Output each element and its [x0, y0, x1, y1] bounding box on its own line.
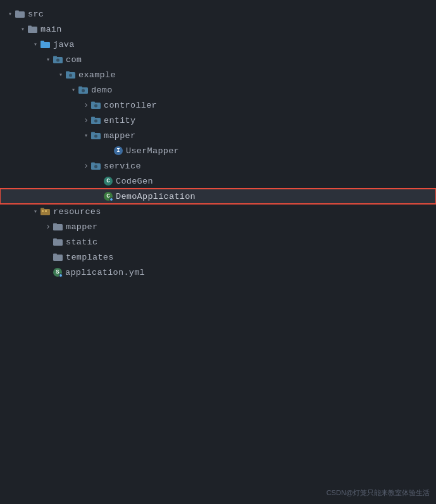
svg-rect-29	[42, 210, 44, 212]
tree-item-src[interactable]: src	[0, 6, 436, 22]
tree-item-com[interactable]: com	[0, 52, 436, 67]
svg-rect-3	[28, 26, 32, 28]
svg-point-17	[94, 104, 97, 108]
tree-item-java[interactable]: java	[0, 37, 436, 52]
folder-icon-java	[40, 40, 51, 49]
chevron-mapper	[81, 130, 91, 141]
svg-rect-28	[40, 208, 44, 210]
folder-icon-example	[66, 70, 76, 79]
svg-rect-10	[66, 72, 70, 73]
tree-item-demoapplication[interactable]: C DemoApplication	[0, 189, 436, 204]
svg-rect-32	[53, 224, 57, 225]
tree-item-entity[interactable]: entity	[0, 113, 436, 128]
folder-icon-service	[91, 161, 101, 170]
mapper-label: mapper	[104, 131, 135, 141]
file-tree: src main java com	[0, 0, 436, 286]
com-label: com	[66, 55, 82, 65]
tree-item-templates[interactable]: templates	[0, 249, 436, 265]
java-label: java	[53, 40, 75, 49]
class-icon-demoapplication: C	[104, 192, 113, 201]
svg-rect-5	[40, 41, 44, 43]
folder-icon-templates	[53, 253, 63, 261]
entity-label: entity	[104, 116, 135, 125]
chevron-mapper-res	[43, 222, 53, 232]
static-label: static	[66, 237, 97, 247]
svg-point-26	[94, 165, 97, 168]
chevron-src	[5, 9, 15, 19]
usermapper-label: UserMapper	[126, 146, 179, 156]
application-label: application.yml	[65, 268, 145, 277]
chevron-example	[56, 70, 66, 80]
chevron-entity	[81, 115, 91, 125]
resources-label: resources	[53, 207, 101, 217]
tree-item-codegen[interactable]: C CodeGen	[0, 173, 436, 189]
svg-rect-36	[53, 254, 57, 256]
svg-rect-22	[91, 132, 95, 134]
templates-label: templates	[66, 253, 114, 262]
example-label: example	[78, 70, 116, 80]
folder-icon-resources	[40, 207, 51, 216]
src-label: src	[28, 9, 44, 19]
folder-icon-demo	[78, 85, 89, 94]
tree-item-usermapper[interactable]: I UserMapper	[0, 143, 436, 158]
service-label: service	[104, 161, 141, 171]
chevron-controller	[81, 100, 91, 110]
folder-icon-mapper	[91, 131, 101, 140]
svg-point-8	[56, 59, 59, 62]
svg-rect-13	[78, 87, 82, 89]
tree-item-static[interactable]: static	[0, 234, 436, 249]
class-icon-codegen: C	[104, 177, 113, 186]
chevron-main	[18, 24, 28, 34]
svg-rect-7	[53, 56, 57, 58]
controller-label: controller	[104, 101, 157, 110]
watermark-text: CSDN@灯笼只能来教室体验生活	[327, 488, 430, 498]
folder-icon-main	[28, 25, 38, 34]
chevron-java	[30, 39, 40, 49]
spring-icon-application: S	[53, 268, 62, 277]
codegen-label: CodeGen	[116, 177, 153, 186]
tree-item-resources[interactable]: resources	[0, 204, 436, 219]
folder-icon-entity	[91, 116, 101, 125]
svg-rect-19	[91, 117, 95, 119]
folder-icon-src	[15, 9, 25, 18]
svg-rect-1	[15, 11, 19, 13]
tree-item-demo[interactable]: demo	[0, 82, 436, 98]
svg-rect-16	[91, 102, 95, 104]
svg-point-20	[94, 120, 97, 123]
tree-item-service[interactable]: service	[0, 158, 436, 173]
chevron-demo	[68, 85, 78, 95]
svg-rect-34	[53, 239, 57, 241]
chevron-com	[43, 54, 53, 65]
chevron-service	[81, 161, 91, 171]
svg-rect-30	[45, 210, 47, 212]
tree-item-mapper[interactable]: mapper	[0, 128, 436, 143]
tree-item-controller[interactable]: controller	[0, 98, 436, 113]
folder-icon-controller	[91, 101, 101, 110]
svg-rect-25	[91, 163, 95, 165]
tree-item-example[interactable]: example	[0, 67, 436, 82]
demo-label: demo	[91, 85, 113, 95]
svg-point-11	[69, 74, 72, 77]
mapper-res-label: mapper	[66, 222, 97, 232]
svg-point-14	[82, 89, 85, 92]
interface-icon-usermapper: I	[114, 146, 123, 155]
demoapplication-label: DemoApplication	[116, 192, 196, 201]
folder-icon-static	[53, 237, 63, 246]
tree-item-main[interactable]: main	[0, 22, 436, 37]
main-label: main	[40, 25, 62, 34]
tree-item-application[interactable]: S application.yml	[0, 265, 436, 280]
folder-icon-com	[53, 55, 63, 64]
folder-icon-mapper-res	[53, 222, 63, 231]
chevron-resources	[30, 206, 40, 217]
tree-item-mapper-resources[interactable]: mapper	[0, 219, 436, 234]
svg-point-23	[94, 135, 97, 138]
